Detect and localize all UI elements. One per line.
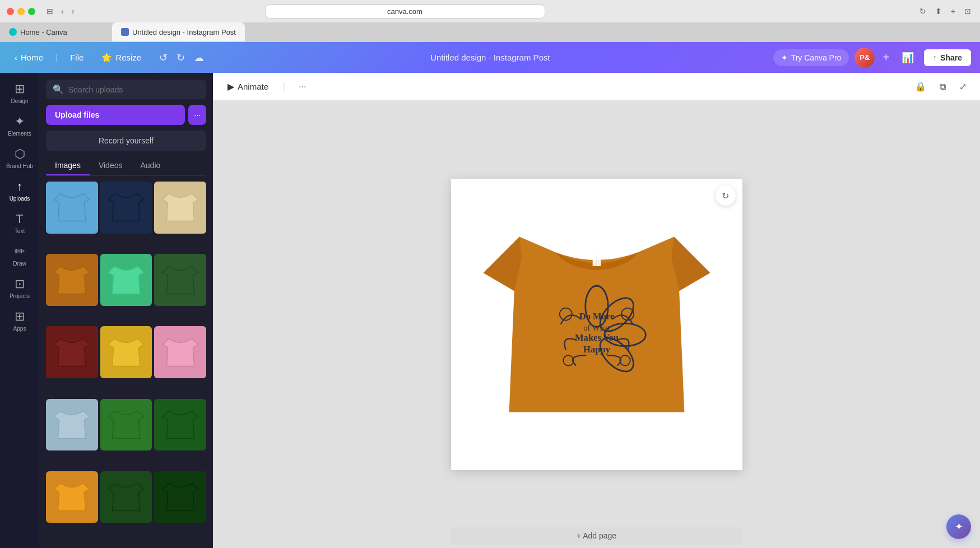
refresh-page-btn[interactable]: ↻ bbox=[917, 6, 928, 17]
sidebar-item-draw[interactable]: ✏ Draw bbox=[2, 240, 37, 271]
minimize-traffic-light[interactable] bbox=[17, 8, 25, 15]
tshirt-thumb-amber bbox=[46, 254, 98, 306]
tshirt-thumb-dark-green bbox=[154, 254, 206, 306]
list-item[interactable] bbox=[100, 471, 152, 523]
undo-btn[interactable]: ↺ bbox=[156, 49, 171, 66]
cloud-save-btn[interactable]: ☁ bbox=[191, 49, 207, 66]
share-page-btn[interactable]: ⬆ bbox=[933, 6, 944, 17]
tshirt-thumb-pink bbox=[154, 326, 206, 378]
canvas-workspace[interactable]: Do More of What Makes You Happy ↻ + Add … bbox=[213, 101, 980, 548]
sidebar-item-elements[interactable]: ✦ Elements bbox=[2, 110, 37, 141]
tshirt-thumb-maroon bbox=[46, 326, 98, 378]
list-item[interactable] bbox=[100, 326, 152, 378]
share-btn[interactable]: ↑ Share bbox=[924, 49, 971, 66]
list-item[interactable] bbox=[100, 182, 152, 234]
lock-btn[interactable]: 🔒 bbox=[911, 79, 931, 94]
list-item[interactable] bbox=[46, 182, 98, 234]
list-item[interactable] bbox=[154, 471, 206, 523]
uploads-icon: ↑ bbox=[17, 179, 23, 194]
list-item[interactable] bbox=[100, 399, 152, 451]
canvas-right-icons: 🔒 ⧉ ⤢ bbox=[911, 79, 971, 94]
design-icon: ⊞ bbox=[15, 82, 25, 96]
list-item[interactable] bbox=[46, 254, 98, 306]
sidebar-toggle-btn[interactable]: ⊟ bbox=[44, 6, 55, 17]
sidebar-item-text[interactable]: T Text bbox=[2, 207, 37, 239]
resize-label: Resize bbox=[115, 53, 141, 62]
icon-sidebar: ⊞ Design ✦ Elements ⬡ Brand Hub ↑ Upload… bbox=[0, 73, 39, 548]
list-item[interactable] bbox=[46, 399, 98, 451]
sidebar-item-projects[interactable]: ⊡ Projects bbox=[2, 272, 37, 304]
record-yourself-btn[interactable]: Record yourself bbox=[46, 131, 206, 151]
sidebar-item-design[interactable]: ⊞ Design bbox=[2, 77, 37, 109]
url-bar[interactable]: canva.com bbox=[265, 4, 545, 18]
nav-right: ✦ Try Canva Pro P& + 📊 ↑ Share bbox=[773, 48, 971, 68]
upload-files-btn[interactable]: Upload files bbox=[46, 105, 185, 125]
tab-audio-label: Audio bbox=[140, 161, 160, 170]
list-item[interactable] bbox=[154, 182, 206, 234]
try-pro-btn[interactable]: ✦ Try Canva Pro bbox=[773, 49, 849, 66]
list-item[interactable] bbox=[154, 399, 206, 451]
search-input[interactable] bbox=[68, 85, 199, 94]
text-label: Text bbox=[15, 228, 25, 234]
sidebar-item-uploads[interactable]: ↑ Uploads bbox=[2, 175, 37, 206]
copy-btn[interactable]: ⧉ bbox=[935, 79, 950, 94]
nav-file-btn[interactable]: File bbox=[64, 49, 89, 66]
fullscreen-traffic-light[interactable] bbox=[28, 8, 35, 15]
tab-videos[interactable]: Videos bbox=[90, 156, 132, 175]
svg-text:Happy: Happy bbox=[583, 344, 611, 355]
close-traffic-light[interactable] bbox=[7, 8, 14, 15]
canva-design-favicon bbox=[121, 28, 129, 36]
animate-label: Animate bbox=[238, 82, 268, 91]
list-item[interactable] bbox=[154, 326, 206, 378]
tshirt-thumb-forest-green bbox=[154, 399, 206, 451]
sidebar-item-apps[interactable]: ⊞ Apps bbox=[2, 305, 37, 336]
tab-audio[interactable]: Audio bbox=[131, 156, 169, 175]
list-item[interactable] bbox=[46, 326, 98, 378]
nav-home-btn[interactable]: ‹ Home bbox=[9, 49, 49, 66]
browser-tabs: Home - Canva Untitled design - Instagram… bbox=[0, 22, 980, 41]
animate-btn[interactable]: ▶ Animate bbox=[222, 78, 274, 95]
forward-btn[interactable]: › bbox=[69, 6, 77, 17]
star-icon: ✦ bbox=[781, 53, 788, 62]
tab-images-label: Images bbox=[55, 161, 81, 170]
refresh-btn[interactable]: ↻ bbox=[716, 185, 736, 206]
uploads-label: Uploads bbox=[10, 196, 30, 202]
tab-design[interactable]: Untitled design - Instagram Post bbox=[112, 22, 245, 41]
tab-images[interactable]: Images bbox=[46, 156, 90, 175]
add-page-btn[interactable]: + Add page bbox=[451, 527, 742, 545]
browser-controls: ⊟ ‹ › bbox=[44, 6, 76, 17]
upload-more-btn[interactable]: ··· bbox=[188, 105, 206, 125]
tshirt-thumb-yellow bbox=[100, 326, 152, 378]
more-options-btn[interactable]: ··· bbox=[294, 80, 310, 94]
draw-label: Draw bbox=[13, 261, 26, 267]
analytics-btn[interactable]: 📊 bbox=[897, 49, 918, 66]
text-icon: T bbox=[16, 212, 23, 226]
avatar-btn[interactable]: P& bbox=[854, 48, 875, 68]
search-icon: 🔍 bbox=[53, 84, 64, 95]
nav-title: Untitled design - Instagram Post bbox=[214, 53, 766, 62]
search-bar: 🔍 bbox=[46, 80, 206, 99]
list-item[interactable] bbox=[100, 254, 152, 306]
list-item[interactable] bbox=[46, 471, 98, 523]
try-pro-label: Try Canva Pro bbox=[791, 53, 842, 62]
upload-row: Upload files ··· bbox=[46, 105, 206, 125]
redo-btn[interactable]: ↻ bbox=[173, 49, 188, 66]
list-item[interactable] bbox=[154, 254, 206, 306]
new-tab-btn[interactable]: + bbox=[949, 6, 958, 17]
magic-btn[interactable]: ✦ bbox=[946, 514, 971, 539]
tab-design-label: Untitled design - Instagram Post bbox=[132, 28, 236, 36]
tshirt-thumb-navy bbox=[100, 182, 152, 234]
more-tabs-btn[interactable]: ⊡ bbox=[962, 6, 973, 17]
elements-icon: ✦ bbox=[15, 114, 25, 129]
record-label: Record yourself bbox=[99, 136, 154, 145]
nav-resize-btn[interactable]: 🌟 Resize bbox=[96, 49, 147, 66]
apps-icon: ⊞ bbox=[15, 309, 25, 324]
sidebar-item-brand-hub[interactable]: ⬡ Brand Hub bbox=[2, 142, 37, 174]
tab-home-label: Home - Canva bbox=[20, 28, 67, 36]
back-btn[interactable]: ‹ bbox=[59, 6, 66, 17]
projects-icon: ⊡ bbox=[15, 277, 25, 291]
expand-btn[interactable]: ⤢ bbox=[955, 79, 971, 94]
home-chevron-icon: ‹ bbox=[15, 53, 17, 62]
tab-home[interactable]: Home - Canva bbox=[0, 22, 112, 41]
nav-plus-btn[interactable]: + bbox=[880, 49, 891, 66]
